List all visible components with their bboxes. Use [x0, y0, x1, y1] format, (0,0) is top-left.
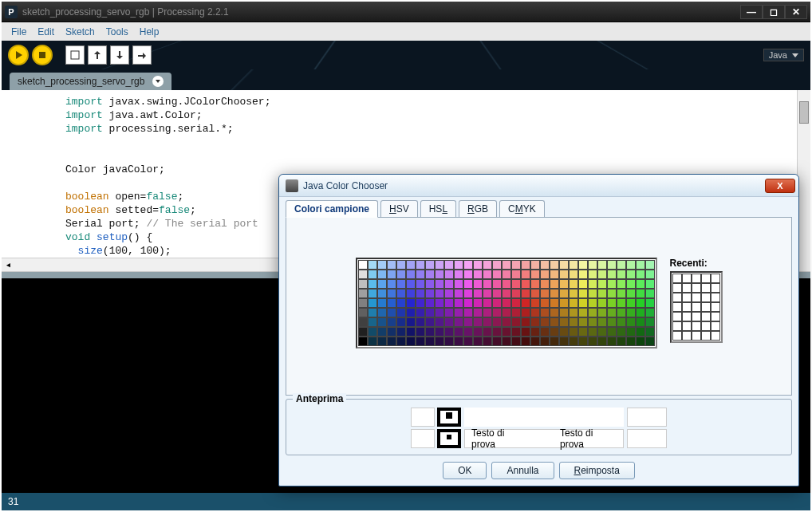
color-chooser-dialog: Java Color Chooser X Colori campione HSV…	[278, 174, 799, 486]
dialog-buttons: OK Annulla Reimposta	[286, 455, 792, 481]
play-icon	[16, 51, 22, 59]
status-bar: 31	[2, 493, 810, 510]
color-model-tabs: Colori campione HSV HSL RGB CMYK	[286, 200, 792, 217]
color-swatches[interactable]	[356, 258, 657, 349]
open-button[interactable]	[88, 45, 107, 65]
tab-hsl[interactable]: HSL	[420, 200, 456, 217]
dialog-title: Java Color Chooser	[303, 180, 765, 191]
cancel-button[interactable]: Annulla	[491, 462, 554, 479]
scroll-left-arrow[interactable]: ◂	[3, 260, 14, 270]
preview-text: Testo di provaTesto di prova Testo di pr…	[464, 408, 624, 448]
tab-swatches[interactable]: Colori campione	[286, 200, 378, 218]
save-button[interactable]	[110, 45, 129, 65]
recent-swatches[interactable]	[670, 271, 723, 343]
maximize-button[interactable]: ◻	[763, 5, 785, 19]
title-bar: P sketch_processing_servo_rgb | Processi…	[2, 2, 810, 22]
stop-button[interactable]	[32, 45, 53, 65]
menu-tools[interactable]: Tools	[101, 25, 133, 39]
mode-label: Java	[769, 50, 787, 60]
tab-label: sketch_processing_servo_rgb	[18, 76, 144, 87]
menu-help[interactable]: Help	[135, 25, 164, 39]
recent-label: Recenti:	[670, 258, 708, 269]
app-icon: P	[5, 6, 18, 18]
chevron-down-icon	[156, 80, 160, 83]
new-button[interactable]	[65, 45, 85, 65]
java-icon	[286, 179, 298, 192]
toolbar: Java	[2, 41, 810, 69]
tab-row: sketch_processing_servo_rgb	[2, 69, 810, 90]
dialog-title-bar[interactable]: Java Color Chooser X	[279, 175, 798, 197]
stop-icon	[39, 52, 45, 58]
sketch-tab[interactable]: sketch_processing_servo_rgb	[10, 73, 171, 90]
reset-button[interactable]: Reimposta	[559, 462, 635, 479]
run-button[interactable]	[8, 45, 29, 65]
tab-cmyk[interactable]: CMYK	[499, 200, 545, 217]
menu-sketch[interactable]: Sketch	[61, 25, 100, 39]
svg-rect-0	[71, 51, 79, 59]
preview-box: Anteprima Testo di provaTesto di prova T…	[286, 399, 792, 455]
line-number: 31	[8, 496, 18, 507]
window-title: sketch_processing_servo_rgb | Processing…	[22, 6, 740, 18]
mode-selector[interactable]: Java	[763, 49, 804, 61]
chevron-down-icon	[792, 53, 798, 57]
tab-rgb[interactable]: RGB	[459, 200, 497, 217]
export-button[interactable]	[132, 45, 152, 65]
preview-label: Anteprima	[293, 393, 346, 404]
menu-edit[interactable]: Edit	[33, 25, 59, 39]
scroll-thumb[interactable]	[799, 101, 809, 124]
preview-swatches	[411, 408, 461, 448]
dialog-close-button[interactable]: X	[765, 179, 795, 193]
ok-button[interactable]: OK	[443, 462, 487, 479]
close-button[interactable]: ✕	[785, 5, 807, 19]
preview-blocks	[627, 408, 667, 448]
tab-hsv[interactable]: HSV	[380, 200, 418, 217]
minimize-button[interactable]: —	[740, 5, 763, 19]
tab-menu-button[interactable]	[152, 76, 164, 87]
menu-file[interactable]: File	[6, 25, 31, 39]
menu-bar: File Edit Sketch Tools Help	[2, 22, 810, 41]
swatches-panel: Recenti:	[286, 217, 792, 396]
